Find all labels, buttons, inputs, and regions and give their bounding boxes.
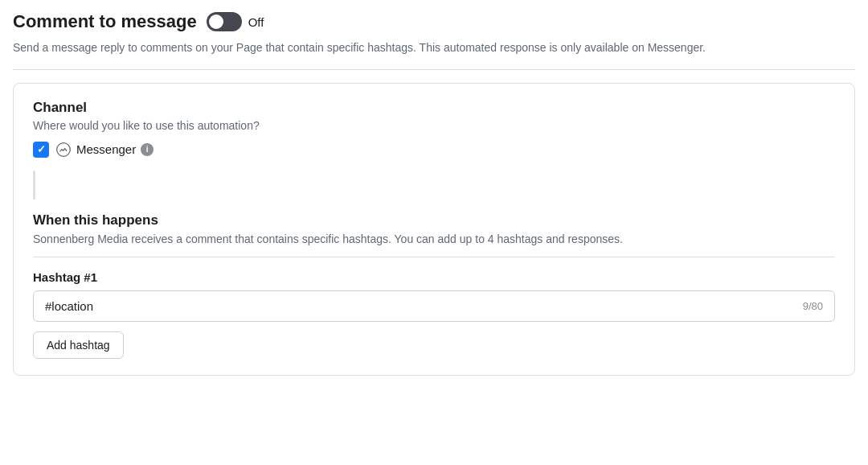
when-section: When this happens Sonnenberg Media recei… — [14, 200, 854, 248]
messenger-checkbox-row: ✓ Messenger i — [33, 142, 835, 158]
add-hashtag-button[interactable]: Add hashtag — [33, 331, 124, 359]
main-card: Channel Where would you like to use this… — [13, 83, 855, 377]
checkmark-icon: ✓ — [37, 144, 46, 154]
hashtag-section: Hashtag #1 9/80 Add hashtag — [14, 257, 854, 375]
page-wrapper: Comment to message Off Send a message re… — [0, 0, 868, 392]
toggle-thumb — [209, 14, 223, 29]
page-title: Comment to message — [13, 11, 197, 32]
messenger-checkbox[interactable]: ✓ — [33, 142, 49, 158]
messenger-label: Messenger — [76, 142, 136, 156]
toggle-container: Off — [207, 12, 264, 31]
toggle-label: Off — [248, 15, 264, 29]
when-title: When this happens — [33, 212, 835, 228]
subtitle-text: Send a message reply to comments on your… — [13, 40, 855, 56]
hashtag-input-wrapper: 9/80 — [33, 290, 835, 322]
vertical-separator — [33, 171, 35, 200]
messenger-label-wrapper: Messenger i — [55, 142, 154, 158]
messenger-info-icon[interactable]: i — [141, 143, 154, 156]
channel-description: Where would you like to use this automat… — [33, 119, 835, 132]
channel-section: Channel Where would you like to use this… — [14, 84, 854, 158]
header-section: Comment to message Off — [13, 11, 855, 32]
hashtag-input[interactable] — [34, 291, 803, 321]
char-count: 9/80 — [803, 300, 834, 312]
toggle-switch[interactable] — [207, 12, 242, 31]
messenger-icon — [55, 142, 72, 158]
header-divider — [13, 69, 855, 70]
when-description: Sonnenberg Media receives a comment that… — [33, 232, 835, 248]
hashtag-label: Hashtag #1 — [33, 270, 835, 284]
channel-title: Channel — [33, 100, 835, 116]
toggle-track — [207, 12, 242, 31]
